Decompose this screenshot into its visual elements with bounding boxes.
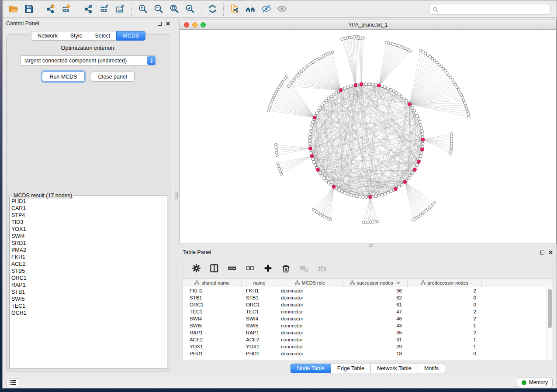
tab-node-table[interactable]: Node Table — [291, 364, 331, 373]
table-row[interactable]: SWI5SWI5connector431 — [183, 322, 547, 329]
close-panel-icon[interactable]: ✕ — [166, 22, 170, 26]
table-row[interactable]: ACE2ACE2connector311 — [183, 336, 547, 343]
mcds-result-item[interactable]: PHD1 — [11, 198, 160, 205]
tab-mcds[interactable]: MCDS — [116, 31, 145, 41]
zoom-in-icon[interactable] — [135, 2, 151, 16]
run-mcds-button[interactable]: Run MCDS — [42, 72, 84, 82]
column-header-name[interactable]: name — [242, 279, 277, 287]
cell-successor-nodes: 62 — [343, 294, 408, 301]
export-network-icon[interactable] — [81, 2, 97, 16]
window-close-icon[interactable] — [184, 22, 189, 28]
search-box[interactable] — [429, 4, 550, 15]
mcds-result-item[interactable]: SRD1 — [11, 240, 160, 247]
refresh-icon[interactable] — [204, 2, 220, 16]
cell-successor-nodes: 46 — [343, 315, 408, 322]
table-row[interactable]: RAP1RAP1dominator352 — [183, 329, 547, 336]
criterion-select[interactable]: largest connected component (undirected) — [20, 55, 156, 65]
network-title: YPA_prune.txt_1 — [349, 22, 388, 28]
mcds-result-item[interactable]: PMA2 — [11, 247, 160, 254]
table-row[interactable]: SWI4SWI4dominator462 — [183, 315, 547, 322]
vertical-splitter[interactable] — [174, 18, 179, 376]
network-graph[interactable] — [180, 30, 556, 244]
open-session-icon[interactable] — [5, 2, 21, 16]
deselect-all-rows-icon[interactable] — [246, 264, 255, 273]
column-header-successor-nodes[interactable]: successor nodes — [343, 279, 408, 287]
table-row[interactable]: PHD1PHD1dominator180 — [183, 350, 547, 357]
table-tabs: Node TableEdge TableNetwork TableMotifs — [291, 364, 446, 373]
hide-selected-icon[interactable] — [258, 2, 274, 16]
table-scrollbar-thumb[interactable] — [548, 289, 552, 328]
first-neighbors-icon[interactable] — [242, 2, 258, 16]
tab-edge-table[interactable]: Edge Table — [331, 364, 370, 373]
table-row[interactable]: YOX1YOX1connector291 — [183, 343, 547, 350]
show-all-icon[interactable] — [274, 2, 290, 16]
mcds-result-item[interactable]: TEC1 — [11, 303, 160, 309]
delete-column-icon[interactable] — [281, 264, 291, 273]
window-minimize-icon[interactable] — [192, 22, 197, 28]
cell-MCDS-role: connector — [277, 336, 343, 343]
column-label: shared name — [201, 280, 229, 285]
memory-button[interactable]: Memory — [517, 378, 553, 387]
mcds-result-item[interactable]: GCR1 — [11, 309, 160, 316]
cell-MCDS-role: connector — [277, 322, 343, 329]
mcds-result-item[interactable]: ORC1 — [11, 275, 160, 282]
table-row[interactable]: FKH1FKH1dominator962 — [183, 287, 547, 294]
toggle-panel-icon[interactable] — [210, 264, 219, 273]
zoom-selected-icon[interactable] — [182, 2, 198, 16]
export-table-icon[interactable] — [97, 2, 113, 16]
column-header-shared-name[interactable]: shared name — [183, 279, 242, 287]
mcds-result-item[interactable]: YOX1 — [11, 226, 160, 233]
mcds-result-list[interactable]: PHD1CAR1STP4TID3YOX1SWI4SRD1PMA2FKH1ACE2… — [11, 198, 160, 367]
select-all-rows-icon[interactable] — [228, 264, 237, 273]
close-table-panel-icon[interactable]: ✕ — [548, 251, 553, 254]
search-input[interactable] — [439, 4, 550, 14]
zoom-out-icon[interactable] — [151, 2, 166, 16]
mcds-result-item[interactable]: STB5 — [11, 268, 160, 275]
network-canvas[interactable] — [180, 30, 556, 244]
import-table-icon[interactable] — [59, 2, 75, 16]
window-zoom-icon[interactable] — [201, 22, 206, 28]
export-image-icon[interactable] — [113, 2, 128, 16]
right-region: YPA_prune.txt_1 Table Panel ✕ f(x) share… — [179, 18, 557, 376]
cell-successor-nodes: 35 — [343, 329, 408, 336]
tab-style[interactable]: Style — [64, 31, 89, 41]
mcds-result-scrollbar[interactable] — [161, 196, 166, 368]
share-document-icon[interactable] — [227, 2, 242, 16]
tab-network[interactable]: Network — [31, 31, 64, 41]
mcds-result-item[interactable]: TID3 — [11, 219, 160, 226]
tab-select[interactable]: Select — [89, 31, 117, 41]
table-row[interactable]: ORC1ORC1dominator610 — [183, 301, 547, 308]
float-table-panel-icon[interactable] — [540, 251, 544, 254]
mcds-result-item[interactable]: SWI5 — [11, 296, 160, 303]
cell-shared-name: RAP1 — [183, 329, 242, 336]
cell-name: SWI5 — [242, 322, 277, 329]
table-row[interactable]: TEC1TEC1connector472 — [183, 308, 547, 315]
float-panel-icon[interactable] — [158, 22, 162, 26]
tab-network-table[interactable]: Network Table — [370, 364, 418, 373]
mcds-result-item[interactable]: CAR1 — [11, 205, 160, 212]
mcds-result-item[interactable]: FKH1 — [11, 254, 160, 261]
network-titlebar[interactable]: YPA_prune.txt_1 — [180, 20, 556, 30]
column-header-MCDS-role[interactable]: MCDS role — [277, 279, 343, 287]
panel-menu-button[interactable] — [7, 378, 19, 387]
save-session-icon[interactable] — [21, 2, 37, 16]
column-label: successor nodes — [357, 280, 393, 285]
toolbar-separator — [223, 3, 224, 16]
mcds-result-item[interactable]: STB1 — [11, 289, 160, 296]
main-toolbar-groups — [5, 2, 290, 16]
vertical-splitter-handle[interactable] — [175, 192, 178, 199]
mcds-result-item[interactable]: SWI4 — [11, 233, 160, 240]
close-panel-button[interactable]: Close panel — [91, 72, 135, 82]
zoom-fit-icon[interactable] — [166, 2, 182, 16]
column-header-predecessor-nodes[interactable]: predecessor nodes — [408, 279, 482, 287]
mcds-result-item[interactable]: RAP1 — [11, 282, 160, 289]
settings-gear-icon[interactable] — [192, 264, 201, 273]
table-row[interactable]: STB1STB1dominator620 — [183, 294, 547, 301]
table-scrollbar[interactable] — [547, 287, 553, 361]
import-network-icon[interactable] — [43, 2, 59, 16]
mcds-result-item[interactable]: STP4 — [11, 212, 160, 219]
mcds-result-item[interactable]: ACE2 — [11, 261, 160, 268]
tab-motifs[interactable]: Motifs — [418, 364, 445, 373]
cell-MCDS-role: connector — [277, 308, 343, 315]
add-column-icon[interactable] — [263, 264, 273, 273]
